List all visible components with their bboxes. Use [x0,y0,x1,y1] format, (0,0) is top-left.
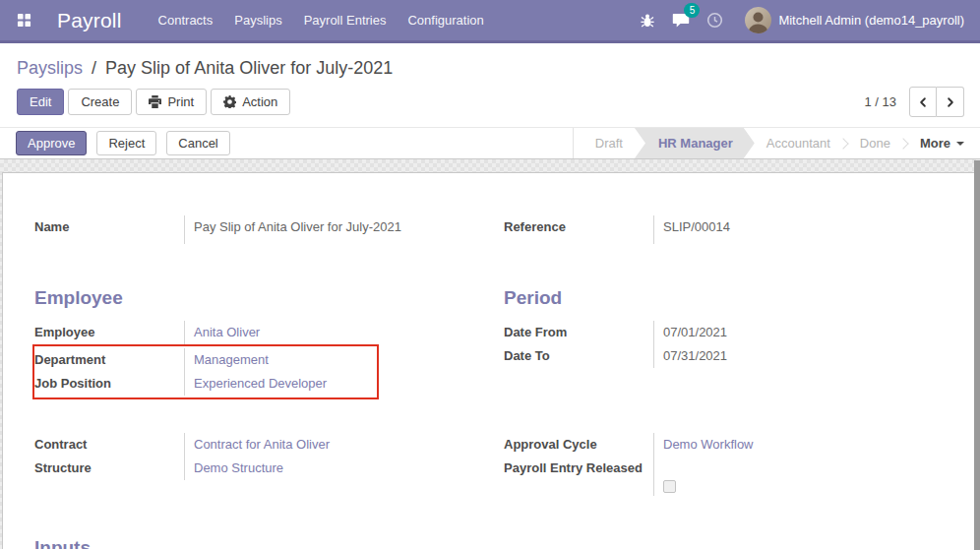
action-button[interactable]: Action [211,89,290,115]
department-field-label: Department [34,348,184,372]
menu-item-configuration[interactable]: Configuration [397,0,494,40]
caret-down-icon [956,142,964,146]
edit-button[interactable]: Edit [17,89,64,115]
structure-link[interactable]: Demo Structure [194,460,283,475]
printer-icon [149,95,161,108]
structure-field-label: Structure [34,457,184,480]
control-panel-buttons: Edit Create Print Action 1 / 13 [0,81,980,127]
print-button-label: Print [167,94,194,109]
content-background: Name Pay Slip of Anita Oliver for July-2… [0,159,980,549]
menu-item-payroll-entries[interactable]: Payroll Entries [293,0,398,40]
top-navbar: Payroll Contracts Payslips Payroll Entri… [0,0,980,43]
payroll-entry-released-checkbox[interactable] [663,480,676,493]
breadcrumb-payslips-link[interactable]: Payslips [17,58,83,78]
status-state-done[interactable]: Done [848,128,902,158]
structure-field-row: Structure Demo Structure [34,457,478,480]
payroll-app-window: Payroll Contracts Payslips Payroll Entri… [0,0,980,550]
date-to-field-row: Date To 07/31/2021 [504,344,948,368]
status-state-draft[interactable]: Draft [583,128,635,158]
user-avatar[interactable] [745,7,771,33]
department-field-row: Department Management [34,348,377,372]
inputs-section-heading: Inputs [34,537,948,549]
main-menu: Contracts Payslips Payroll Entries Confi… [148,0,495,40]
date-to-field-value: 07/31/2021 [653,344,948,368]
status-state-hr-manager[interactable]: HR Manager [635,128,755,158]
apps-grid-icon [17,13,31,28]
breadcrumb: Payslips / Pay Slip of Anita Oliver for … [0,43,980,81]
name-field-value: Pay Slip of Anita Oliver for July-2021 [184,215,478,244]
contract-field-row: Contract Contract for Anita Oliver [34,433,478,457]
cancel-button[interactable]: Cancel [166,131,229,155]
app-brand-title[interactable]: Payroll [57,9,122,32]
action-button-label: Action [242,94,277,109]
menu-item-payslips[interactable]: Payslips [223,0,292,40]
reference-field-label: Reference [504,215,653,244]
gear-icon [223,95,236,108]
chevron-left-icon [917,96,929,108]
debug-bug-icon[interactable] [631,1,664,40]
menu-item-contracts[interactable]: Contracts [148,0,224,40]
payroll-entry-released-field-row: Payroll Entry Released [504,457,948,496]
pager-next-button[interactable] [937,87,964,117]
print-button[interactable]: Print [136,89,207,115]
reference-field-row: Reference SLIP/00014 [504,215,948,244]
vertical-scrollbar-thumb[interactable] [974,160,980,550]
department-link[interactable]: Management [194,352,269,367]
name-field-row: Name Pay Slip of Anita Oliver for July-2… [34,215,478,244]
job-position-link[interactable]: Experienced Developer [194,376,327,391]
page-title: Pay Slip of Anita Oliver for July-2021 [105,58,393,78]
apps-menu-button[interactable] [0,13,39,28]
form-sheet: Name Pay Slip of Anita Oliver for July-2… [2,172,978,549]
approval-cycle-link[interactable]: Demo Workflow [663,437,754,452]
annotation-box: Department Management Job Position Exper… [32,344,379,399]
contract-link[interactable]: Contract for Anita Oliver [194,437,330,452]
pager-previous-button[interactable] [909,87,937,117]
approval-cycle-field-label: Approval Cycle [504,433,653,457]
reject-button[interactable]: Reject [96,131,156,155]
date-to-field-label: Date To [504,344,653,368]
employee-link[interactable]: Anita Oliver [194,325,260,339]
approve-button[interactable]: Approve [16,131,87,155]
employee-field-row: Employee Anita Oliver [34,321,478,344]
name-field-label: Name [34,215,184,244]
activities-clock-icon[interactable] [698,1,731,40]
employee-section-heading: Employee [34,287,478,309]
user-name[interactable]: Mitchell Admin (demo14_payroll) [778,13,968,28]
date-from-field-row: Date From 07/01/2021 [504,321,948,344]
chevron-right-icon [945,96,956,108]
contract-field-label: Contract [34,433,184,457]
date-from-field-label: Date From [504,321,653,344]
messages-icon[interactable]: 5 [664,1,698,40]
reference-field-value: SLIP/00014 [653,215,948,244]
status-state-accountant[interactable]: Accountant [755,128,842,158]
employee-field-label: Employee [34,321,184,344]
date-from-field-value: 07/01/2021 [653,321,948,344]
period-section-heading: Period [504,287,948,309]
navbar-systray: 5 Mitchell Admin (demo14_payroll) [631,1,980,40]
job-position-field-label: Job Position [34,372,184,396]
status-more-dropdown[interactable]: More [908,128,980,158]
create-button[interactable]: Create [68,89,132,115]
status-more-label: More [920,136,950,151]
payroll-entry-released-field-label: Payroll Entry Released [504,457,653,496]
breadcrumb-separator: / [88,58,100,78]
job-position-field-row: Job Position Experienced Developer [34,372,377,396]
record-pager: 1 / 13 [864,87,964,117]
status-pipeline: Draft HR Manager Accountant Done More [573,128,980,158]
form-statusbar: Approve Reject Cancel Draft HR Manager A… [0,127,980,159]
approval-cycle-field-row: Approval Cycle Demo Workflow [504,433,948,457]
pager-counter: 1 / 13 [864,94,896,109]
